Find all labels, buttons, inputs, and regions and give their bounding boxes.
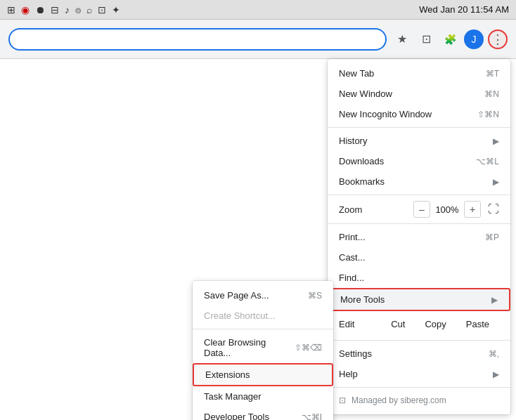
managed-icon: ⊡ [339,395,346,405]
menu-item-new-incognito[interactable]: New Incognito Window ⇧⌘N [328,104,510,124]
help-label: Help [339,369,487,379]
save-page-label: Save Page As... [204,290,269,301]
managed-row: ⊡ Managed by sibereg.com [328,391,510,410]
bookmarks-arrow: ▶ [493,177,499,187]
menubar: ⊞ ◉ ⏺ ⊟ ♪ ⌾ ⌕ ⊡ ✦ Wed Jan 20 11:54 AM [0,0,516,20]
developer-tools-shortcut: ⌥⌘I [302,412,322,421]
menu-item-find[interactable]: Find... [328,268,510,288]
more-dots-icon: ⋮ [491,32,504,47]
settings-shortcut: ⌘, [489,349,499,359]
cast-icon: ⊡ [422,32,431,46]
cast-label: Cast... [339,252,499,263]
divider-1 [328,127,510,128]
more-tools-label: More Tools [340,294,486,305]
browser-content: Save Page As... ⌘S Create Shortcut... Cl… [0,59,516,420]
menubar-icon-8: ✦ [112,4,120,15]
menu-item-more-tools[interactable]: More Tools ▶ [328,288,510,311]
zoom-row: Zoom – 100% + ⛶ [328,198,510,221]
submenu-divider-1 [193,329,333,329]
task-manager-label: Task Manager [204,391,262,402]
menubar-datetime: Wed Jan 20 11:54 AM [419,4,509,15]
downloads-label: Downloads [339,156,462,166]
developer-tools-label: Developer Tools [204,412,269,420]
minus-icon: – [419,204,425,215]
bookmark-star-button[interactable]: ★ [392,29,412,49]
new-window-label: New Window [339,88,470,99]
menubar-icon-3: ⏺ [35,4,45,15]
new-incognito-label: New Incognito Window [339,109,463,119]
submenu-item-extensions[interactable]: Extensions [193,363,333,386]
history-arrow: ▶ [493,136,499,146]
menubar-icon-1: ⊞ [7,4,15,15]
menu-item-bookmarks[interactable]: Bookmarks ▶ [328,171,510,192]
puzzle-icon: 🧩 [444,34,456,45]
menubar-icon-wifi: ⌾ [75,4,81,15]
submenu-item-developer-tools[interactable]: Developer Tools ⌥⌘I [193,407,333,420]
menubar-icon-4: ⊟ [51,4,59,15]
submenu-item-save-page[interactable]: Save Page As... ⌘S [193,285,333,306]
find-label: Find... [339,273,485,283]
menu-item-downloads[interactable]: Downloads ⌥⌘L [328,151,510,171]
downloads-shortcut: ⌥⌘L [476,157,499,166]
submenu-item-clear-browsing[interactable]: Clear Browsing Data... ⇧⌘⌫ [193,332,333,363]
edit-row: Edit Cut Copy Paste [328,311,510,337]
clear-browsing-shortcut: ⇧⌘⌫ [295,343,322,353]
zoom-in-button[interactable]: + [464,201,481,218]
browser-chrome: ★ ⊡ 🧩 J ⋮ [0,20,516,59]
more-options-button[interactable]: ⋮ [488,29,508,49]
menu-item-help[interactable]: Help ▶ [328,364,510,384]
menu-item-history[interactable]: History ▶ [328,131,510,151]
print-shortcut: ⌘P [485,232,499,242]
divider-5 [328,387,510,388]
new-tab-label: New Tab [339,68,472,79]
profile-avatar-button[interactable]: J [464,29,484,49]
zoom-label: Zoom [339,204,409,215]
menubar-right: Wed Jan 20 11:54 AM [419,4,509,15]
divider-2 [328,195,510,195]
fullscreen-button[interactable]: ⛶ [488,203,499,216]
print-label: Print... [339,232,471,242]
new-incognito-shortcut: ⇧⌘N [477,110,499,119]
managed-text: Managed by sibereg.com [351,395,446,405]
save-page-shortcut: ⌘S [308,291,322,301]
menu-item-cast[interactable]: Cast... [328,247,510,268]
address-bar[interactable] [8,28,387,51]
extensions-label: Extensions [205,369,250,380]
menubar-left: ⊞ ◉ ⏺ ⊟ ♪ ⌾ ⌕ ⊡ ✦ [7,4,120,15]
menubar-icon-2: ◉ [21,4,30,15]
zoom-value: 100% [434,204,460,215]
submenu-item-create-shortcut[interactable]: Create Shortcut... [193,306,333,326]
avatar-initial: J [472,34,477,45]
new-tab-shortcut: ⌘T [486,69,499,79]
menubar-icon-search: ⌕ [86,4,92,15]
menubar-icon-7: ⊡ [98,4,106,15]
menu-item-settings[interactable]: Settings ⌘, [328,343,510,364]
clear-browsing-label: Clear Browsing Data... [204,337,280,358]
divider-4 [328,340,510,341]
more-tools-arrow: ▶ [491,295,498,305]
zoom-out-button[interactable]: – [413,201,430,218]
paste-button[interactable]: Paste [456,316,499,332]
bookmarks-label: Bookmarks [339,176,487,187]
extensions-button[interactable]: 🧩 [440,29,460,49]
menu-item-new-window[interactable]: New Window ⌘N [328,84,510,104]
chrome-menu: New Tab ⌘T New Window ⌘N New Incognito W… [328,59,510,414]
submenu-item-task-manager[interactable]: Task Manager [193,386,333,407]
divider-3 [328,223,510,224]
cut-button[interactable]: Cut [381,316,415,332]
copy-button[interactable]: Copy [415,316,456,332]
more-tools-submenu: Save Page As... ⌘S Create Shortcut... Cl… [193,281,333,420]
edit-label: Edit [339,319,381,329]
help-arrow: ▶ [493,369,499,379]
menu-item-print[interactable]: Print... ⌘P [328,227,510,247]
settings-label: Settings [339,348,475,359]
history-label: History [339,136,487,146]
new-window-shortcut: ⌘N [484,89,499,99]
cast-button[interactable]: ⊡ [416,29,436,49]
star-icon: ★ [397,32,407,46]
toolbar-icons: ★ ⊡ 🧩 J ⋮ [392,29,508,49]
menu-item-new-tab[interactable]: New Tab ⌘T [328,63,510,84]
create-shortcut-label: Create Shortcut... [204,310,276,321]
menubar-icon-5: ♪ [65,4,70,15]
plus-icon: + [470,204,475,215]
